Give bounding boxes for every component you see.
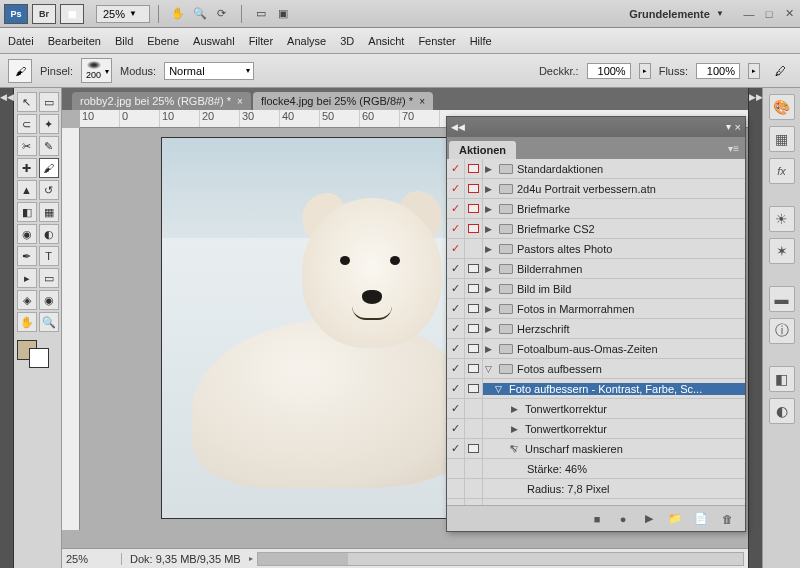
patch-tool[interactable]: ✚ — [17, 158, 37, 178]
action-set-row[interactable]: ✓ ▶Standardaktionen — [447, 159, 745, 179]
collapse-icon[interactable]: ▽ — [495, 384, 505, 394]
panel-titlebar[interactable]: ◀◀ ▾ × — [447, 117, 745, 137]
menu-filter[interactable]: Filter — [249, 35, 273, 47]
stop-button[interactable]: ■ — [589, 511, 605, 527]
panel-tab-aktionen[interactable]: Aktionen — [449, 141, 516, 159]
toggle-check[interactable]: ✓ — [447, 319, 465, 338]
airbrush-icon[interactable]: 🖊 — [768, 59, 792, 83]
3d-tool[interactable]: ◈ — [17, 290, 37, 310]
toggle-check[interactable]: ✓ — [447, 339, 465, 358]
horizontal-scrollbar[interactable] — [257, 552, 744, 566]
document-tab[interactable]: robby2.jpg bei 25% (RGB/8#) * × — [72, 92, 251, 110]
record-button[interactable]: ● — [615, 511, 631, 527]
gradient-tool[interactable]: ▦ — [39, 202, 59, 222]
swatches-panel-icon[interactable]: ▦ — [769, 126, 795, 152]
scrollbar-thumb[interactable] — [258, 553, 348, 565]
info-panel-icon[interactable]: ⓘ — [769, 318, 795, 344]
toggle-dialog[interactable] — [465, 379, 483, 398]
menu-datei[interactable]: Datei — [8, 35, 34, 47]
toggle-dialog[interactable] — [465, 439, 483, 458]
toggle-dialog[interactable] — [465, 199, 483, 218]
expand-icon[interactable]: ▶ — [485, 184, 495, 194]
toggle-check[interactable]: ✓ — [447, 179, 465, 198]
toggle-dialog[interactable] — [465, 359, 483, 378]
vertical-ruler[interactable] — [62, 128, 80, 530]
expand-icon[interactable]: ▶ — [511, 404, 521, 414]
marquee-tool[interactable]: ▭ — [39, 92, 59, 112]
expand-icon[interactable]: ▶ — [485, 224, 495, 234]
play-button[interactable]: ▶ — [641, 511, 657, 527]
toggle-dialog[interactable] — [465, 239, 483, 258]
action-set-row[interactable]: ✓ ▶Briefmarke — [447, 199, 745, 219]
toggle-check[interactable]: ✓ — [447, 279, 465, 298]
action-set-row[interactable]: ✓ ▶Briefmarke CS2 — [447, 219, 745, 239]
toggle-check[interactable]: ✓ — [447, 239, 465, 258]
status-zoom[interactable]: 25% — [62, 553, 122, 565]
bridge-icon[interactable]: Br — [32, 4, 56, 24]
workspace-switcher[interactable]: Grundelemente ▼ — [623, 6, 730, 22]
dodge-tool[interactable]: ◐ — [39, 224, 59, 244]
background-swatch[interactable] — [29, 348, 49, 368]
toggle-check[interactable]: ✓ — [447, 359, 465, 378]
expand-icon[interactable]: ▶ — [485, 304, 495, 314]
toggle-dialog[interactable] — [465, 399, 483, 418]
action-set-row[interactable]: ✓ ▶Bilderrahmen — [447, 259, 745, 279]
toggle-check[interactable]: ✓ — [447, 399, 465, 418]
expand-icon[interactable]: ▶ — [511, 424, 521, 434]
rotate-view-icon[interactable]: ⟳ — [213, 5, 231, 23]
layers-panel-icon[interactable]: ▬ — [769, 286, 795, 312]
action-step-row[interactable]: ✓ ▶Tonwertkorrektur — [447, 419, 745, 439]
menu-bild[interactable]: Bild — [115, 35, 133, 47]
path-select-tool[interactable]: ▸ — [17, 268, 37, 288]
styles-panel-icon[interactable]: fx — [769, 158, 795, 184]
blend-mode-combo[interactable]: Normal ▾ — [164, 62, 254, 80]
action-set-row[interactable]: ✓ ▶Fotos in Marmorrahmen — [447, 299, 745, 319]
toggle-check[interactable]: ✓ — [447, 219, 465, 238]
action-set-row[interactable]: ✓ ▶Fotoalbum-aus-Omas-Zeiten — [447, 339, 745, 359]
opacity-flyout[interactable]: ▸ — [639, 63, 651, 79]
flow-flyout[interactable]: ▸ — [748, 63, 760, 79]
paths-panel-icon[interactable]: ◐ — [769, 398, 795, 424]
flow-input[interactable]: 100% — [696, 63, 740, 79]
action-row-selected[interactable]: ✓ ▽Foto aufbessern - Kontrast, Farbe, Sc… — [447, 379, 745, 399]
toggle-dialog[interactable] — [465, 279, 483, 298]
new-action-button[interactable]: 📄 — [693, 511, 709, 527]
toggle-dialog[interactable] — [465, 419, 483, 438]
toggle-check[interactable]: ✓ — [447, 379, 465, 398]
panel-close-icon[interactable]: × — [735, 121, 741, 133]
adjustments-panel-icon[interactable]: ☀ — [769, 206, 795, 232]
menu-auswahl[interactable]: Auswahl — [193, 35, 235, 47]
action-set-row[interactable]: ✓ ▶Bild im Bild — [447, 279, 745, 299]
panel-menu-icon[interactable]: ▾≡ — [722, 143, 745, 154]
menu-3d[interactable]: 3D — [340, 35, 354, 47]
crop-tool[interactable]: ✂ — [17, 136, 37, 156]
menu-analyse[interactable]: Analyse — [287, 35, 326, 47]
action-set-row[interactable]: ✓ ▶2d4u Portrait verbessern.atn — [447, 179, 745, 199]
quick-select-tool[interactable]: ✦ — [39, 114, 59, 134]
close-tab-icon[interactable]: × — [419, 96, 425, 107]
left-tabwell[interactable]: ◀◀ — [0, 88, 14, 568]
toggle-check[interactable]: ✓ — [447, 199, 465, 218]
masks-panel-icon[interactable]: ✶ — [769, 238, 795, 264]
zoom-combo[interactable]: 25% ▼ — [96, 5, 150, 23]
brush-picker[interactable]: 200 ▾ — [81, 58, 112, 83]
shape-tool[interactable]: ▭ — [39, 268, 59, 288]
color-swatches[interactable] — [17, 340, 59, 354]
panel-minimize-icon[interactable]: ▾ — [726, 121, 731, 133]
right-tabwell[interactable]: ▶▶ — [748, 88, 762, 568]
maximize-button[interactable]: □ — [762, 7, 776, 21]
toggle-dialog[interactable] — [465, 319, 483, 338]
new-set-button[interactable]: 📁 — [667, 511, 683, 527]
toggle-check[interactable]: ✓ — [447, 439, 465, 458]
menu-ebene[interactable]: Ebene — [147, 35, 179, 47]
ps-icon[interactable]: Ps — [4, 4, 28, 24]
action-step-row[interactable]: ✓ ▽↖Unscharf maskieren — [447, 439, 745, 459]
hand-tool-icon[interactable]: ✋ — [169, 5, 187, 23]
toggle-dialog[interactable] — [465, 219, 483, 238]
expand-icon[interactable]: ▶ — [485, 284, 495, 294]
eyedropper-tool[interactable]: ✎ — [39, 136, 59, 156]
channels-panel-icon[interactable]: ◧ — [769, 366, 795, 392]
pen-tool[interactable]: ✒ — [17, 246, 37, 266]
expand-icon[interactable]: ▶ — [485, 344, 495, 354]
action-step-row[interactable]: ✓ ▶Tonwertkorrektur — [447, 399, 745, 419]
